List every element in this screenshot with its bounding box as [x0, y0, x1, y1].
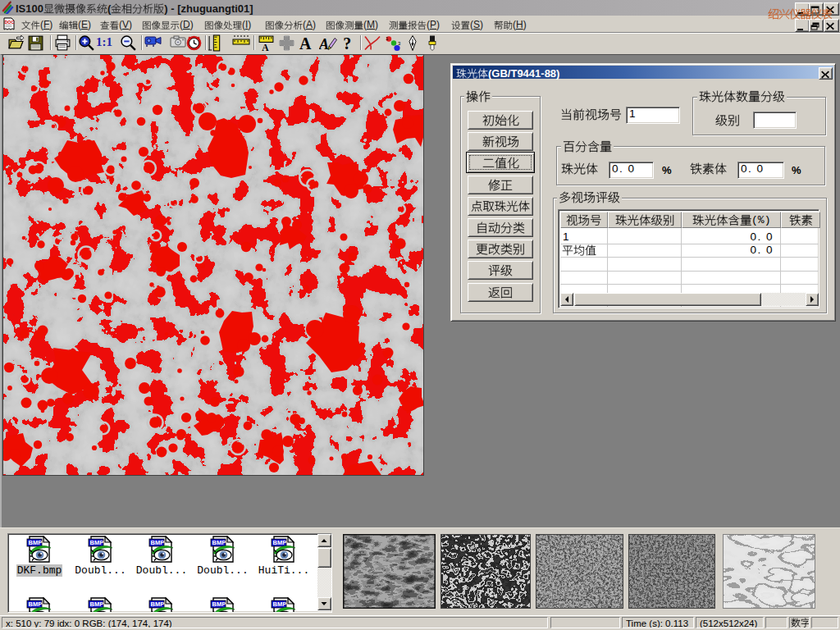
svg-text:A: A [319, 35, 329, 52]
svg-text:BMP: BMP [29, 539, 43, 546]
svg-text:DOC: DOC [4, 20, 14, 25]
svg-text:1:1: 1:1 [96, 34, 112, 48]
svg-text:3: 3 [398, 40, 401, 45]
svg-text:BMP: BMP [89, 539, 103, 546]
svg-text:BMP: BMP [151, 539, 165, 546]
svg-text:BMP: BMP [29, 600, 43, 608]
svg-text:BMP: BMP [212, 539, 226, 546]
svg-text:BMP: BMP [273, 600, 287, 608]
svg-text:BMP: BMP [151, 600, 165, 608]
svg-text:A: A [262, 42, 269, 51]
svg-text:BMP: BMP [273, 539, 287, 546]
svg-text:A: A [299, 34, 312, 52]
svg-text:BMP: BMP [212, 600, 226, 608]
svg-text:BMP: BMP [89, 600, 103, 608]
svg-text:?: ? [343, 34, 351, 52]
